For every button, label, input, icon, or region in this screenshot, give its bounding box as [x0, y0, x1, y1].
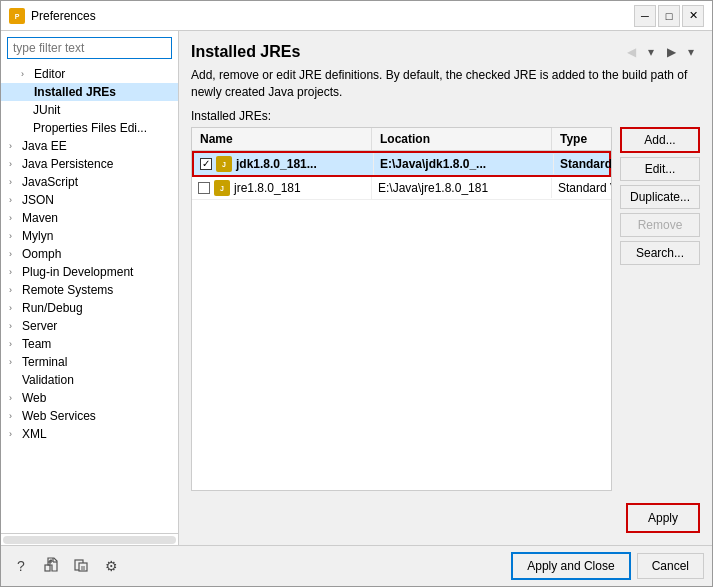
sidebar-item-json[interactable]: › JSON [1, 191, 178, 209]
jre-name: jdk1.8.0_181... [236, 157, 317, 171]
sidebar-item-mylyn[interactable]: › Mylyn [1, 227, 178, 245]
arrow-icon: › [9, 177, 19, 187]
window-title: Preferences [31, 9, 634, 23]
arrow-icon: › [9, 231, 19, 241]
sidebar-item-label: Server [22, 319, 57, 333]
jre-cell-type: Standard VM [552, 178, 611, 198]
arrow-icon: › [9, 141, 19, 151]
jre-type: Standard V... [560, 157, 611, 171]
bottom-bar: ? [1, 545, 712, 586]
apply-container: Apply [191, 503, 700, 533]
arrow-icon: › [9, 393, 19, 403]
search-button[interactable]: Search... [620, 241, 700, 265]
table-header: Name Location Type [192, 128, 611, 151]
horizontal-scrollbar[interactable] [3, 536, 176, 544]
sidebar-item-web-services[interactable]: › Web Services [1, 407, 178, 425]
arrow-icon: › [9, 285, 19, 295]
sidebar-item-java-persistence[interactable]: › Java Persistence [1, 155, 178, 173]
svg-rect-6 [45, 565, 50, 571]
arrow-icon: › [9, 357, 19, 367]
sidebar-item-remote-systems[interactable]: › Remote Systems [1, 281, 178, 299]
installed-jres-label: Installed JREs: [191, 109, 700, 123]
sidebar-item-server[interactable]: › Server [1, 317, 178, 335]
jre-icon: J [216, 156, 232, 172]
jre-cell-location: E:\Java\jre1.8.0_181 [372, 178, 552, 198]
close-button[interactable]: ✕ [682, 5, 704, 27]
apply-and-close-button[interactable]: Apply and Close [511, 552, 630, 580]
sidebar-item-label: Web Services [22, 409, 96, 423]
forward-dropdown-button[interactable]: ▾ [682, 43, 700, 61]
sidebar-item-label: Validation [22, 373, 74, 387]
table-row[interactable]: ✓ J jdk1.8.0_181... [192, 151, 611, 177]
arrow-icon: › [9, 195, 19, 205]
sidebar-item-label: Installed JREs [34, 85, 116, 99]
help-icon: ? [17, 558, 25, 574]
sidebar-item-label: Remote Systems [22, 283, 113, 297]
sidebar-item-validation[interactable]: Validation [1, 371, 178, 389]
jre-location: E:\Java\jdk1.8.0_... [380, 157, 486, 171]
arrow-icon: › [21, 69, 31, 79]
add-button[interactable]: Add... [620, 127, 700, 153]
sidebar-item-installed-jres[interactable]: Installed JREs [1, 83, 178, 101]
titlebar: P Preferences ─ □ ✕ [1, 1, 712, 31]
sidebar-item-label: XML [22, 427, 47, 441]
remove-button[interactable]: Remove [620, 213, 700, 237]
sidebar-item-label: Editor [34, 67, 65, 81]
sidebar-item-label: Java Persistence [22, 157, 113, 171]
minimize-button[interactable]: ─ [634, 5, 656, 27]
edit-button[interactable]: Edit... [620, 157, 700, 181]
jre-checkbox[interactable]: ✓ [200, 158, 212, 170]
arrow-icon: › [9, 429, 19, 439]
sidebar-item-label: Java EE [22, 139, 67, 153]
sidebar: › Editor Installed JREs JUnit Properties… [1, 31, 179, 545]
panel-title: Installed JREs [191, 43, 300, 61]
duplicate-button[interactable]: Duplicate... [620, 185, 700, 209]
maximize-button[interactable]: □ [658, 5, 680, 27]
apply-button[interactable]: Apply [626, 503, 700, 533]
sidebar-item-java-ee[interactable]: › Java EE [1, 137, 178, 155]
sidebar-item-terminal[interactable]: › Terminal [1, 353, 178, 371]
sidebar-item-javascript[interactable]: › JavaScript [1, 173, 178, 191]
export2-icon [73, 557, 89, 576]
settings-button[interactable]: ⚙ [99, 554, 123, 578]
sidebar-item-xml[interactable]: › XML [1, 425, 178, 443]
svg-text:J: J [222, 161, 226, 168]
search-input[interactable] [7, 37, 172, 59]
bottom-left-icons: ? [9, 554, 123, 578]
sidebar-item-editor[interactable]: › Editor [1, 65, 178, 83]
sidebar-item-oomph[interactable]: › Oomph [1, 245, 178, 263]
jre-checkbox[interactable] [198, 182, 210, 194]
sidebar-item-label: JUnit [33, 103, 60, 117]
sidebar-item-label: Properties Files Edi... [33, 121, 147, 135]
cancel-button[interactable]: Cancel [637, 553, 704, 579]
main-panel: Installed JREs ◀ ▾ ▶ ▾ Add, remove or ed… [179, 31, 712, 545]
back-button[interactable]: ◀ [622, 43, 640, 61]
sidebar-scrollbar[interactable] [1, 533, 178, 545]
forward-button[interactable]: ▶ [662, 43, 680, 61]
export2-button[interactable] [69, 554, 93, 578]
sidebar-item-properties[interactable]: Properties Files Edi... [1, 119, 178, 137]
content-area: › Editor Installed JREs JUnit Properties… [1, 31, 712, 545]
arrow-icon: › [9, 411, 19, 421]
sidebar-item-team[interactable]: › Team [1, 335, 178, 353]
nav-dropdown-button[interactable]: ▾ [642, 43, 660, 61]
jre-icon: J [214, 180, 230, 196]
sidebar-item-junit[interactable]: JUnit [1, 101, 178, 119]
jre-cell-name[interactable]: J jre1.8.0_181 [192, 177, 372, 199]
sidebar-item-label: Terminal [22, 355, 67, 369]
jre-cell-name[interactable]: ✓ J jdk1.8.0_181... [194, 153, 374, 175]
arrow-icon: › [9, 339, 19, 349]
col-header-type: Type [552, 128, 612, 150]
sidebar-item-run-debug[interactable]: › Run/Debug [1, 299, 178, 317]
panel-header: Installed JREs ◀ ▾ ▶ ▾ [191, 43, 700, 61]
col-header-location: Location [372, 128, 552, 150]
sidebar-item-plugin-dev[interactable]: › Plug-in Development [1, 263, 178, 281]
jre-name: jre1.8.0_181 [234, 181, 301, 195]
table-row[interactable]: J jre1.8.0_181 E:\Java\jre1.8.0_181 Stan… [192, 177, 611, 200]
jre-table: Name Location Type ✓ [191, 127, 612, 491]
sidebar-item-maven[interactable]: › Maven [1, 209, 178, 227]
export1-button[interactable] [39, 554, 63, 578]
sidebar-item-label: JavaScript [22, 175, 78, 189]
sidebar-item-web[interactable]: › Web [1, 389, 178, 407]
help-button[interactable]: ? [9, 554, 33, 578]
